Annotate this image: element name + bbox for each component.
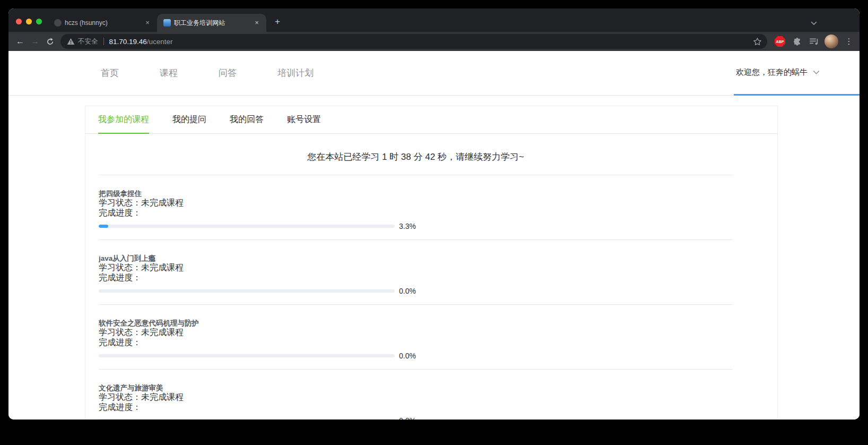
progress-track (99, 419, 395, 420)
forward-icon: → (28, 34, 42, 49)
course-progress-label: 完成进度： (99, 273, 733, 283)
nav-item-courses[interactable]: 课程 (160, 67, 178, 79)
page-content: 首页 课程 问答 培训计划 欢迎您，狂奔的蜗牛 我参加的课程 我的提问 我的回答… (8, 51, 860, 420)
study-time-message: 您在本站已经学习 1 时 38 分 42 秒，请继续努力学习~ (99, 134, 733, 175)
welcome-text: 欢迎您，狂奔的蜗牛 (736, 67, 808, 78)
progress-percent: 0.0% (399, 416, 416, 420)
tab-my-answers[interactable]: 我的回答 (230, 106, 264, 133)
progress-fill (99, 225, 108, 228)
nav-item-qa[interactable]: 问答 (219, 67, 237, 79)
tab-my-questions[interactable]: 我的提问 (172, 106, 206, 133)
chevron-down-icon (813, 70, 820, 75)
ucenter-tabs: 我参加的课程 我的提问 我的回答 账号设置 (85, 106, 777, 134)
course-title[interactable]: java从入门到上瘾 (99, 254, 733, 263)
course-item: 文化遗产与旅游审美 学习状态：未完成课程 完成进度： 0.0% (99, 370, 733, 420)
back-icon[interactable]: ← (13, 34, 28, 49)
tab-title: hczs (hsunnyc) (65, 19, 140, 27)
course-progress-label: 完成进度： (99, 208, 733, 218)
browser-window: hczs (hsunnyc) × 职工业务培训网站 × + ← → 不安全 81… (8, 8, 860, 420)
zoom-window-button[interactable] (36, 19, 42, 24)
url-separator (103, 38, 104, 45)
ucenter-card: 我参加的课程 我的提问 我的回答 账号设置 您在本站已经学习 1 时 38 分 … (85, 106, 778, 420)
site-nav: 首页 课程 问答 培训计划 (101, 51, 354, 95)
tabs-row: hczs (hsunnyc) × 职工业务培训网站 × + (48, 8, 284, 32)
course-item: java从入门到上瘾 学习状态：未完成课程 完成进度： 0.0% (99, 240, 733, 305)
extensions-puzzle-icon[interactable] (789, 34, 804, 49)
address-bar[interactable]: 不安全 81.70.19.46 /ucenter (60, 34, 767, 49)
course-status-line: 学习状态：未完成课程 (99, 263, 733, 273)
progress-bar-row: 0.0% (99, 287, 733, 295)
course-title[interactable]: 文化遗产与旅游审美 (99, 383, 733, 392)
browser-menu-icon[interactable]: ⋮ (843, 35, 855, 48)
nav-item-home[interactable]: 首页 (101, 67, 119, 79)
browser-tab-training-site[interactable]: 职工业务培训网站 × (157, 14, 266, 32)
course-status-line: 学习状态：未完成课程 (99, 198, 733, 208)
course-title[interactable]: 把四级拿捏住 (99, 189, 733, 198)
github-favicon-icon (54, 19, 62, 27)
progress-percent: 0.0% (399, 287, 416, 295)
security-label[interactable]: 不安全 (78, 37, 98, 46)
progress-percent: 0.0% (399, 352, 416, 360)
site-favicon-icon (163, 19, 171, 27)
adblock-extension-icon[interactable]: ABP (772, 34, 787, 49)
course-item: 把四级拿捏住 学习状态：未完成课程 完成进度： 3.3% (99, 175, 733, 240)
new-tab-button[interactable]: + (271, 15, 284, 29)
progress-bar-row: 3.3% (99, 222, 733, 230)
course-progress-label: 完成进度： (99, 403, 733, 413)
progress-track (99, 289, 395, 293)
site-header: 首页 课程 问答 培训计划 欢迎您，狂奔的蜗牛 (8, 51, 860, 96)
close-tab-icon[interactable]: × (253, 19, 261, 27)
progress-track (99, 225, 395, 228)
url-path[interactable]: /ucenter (147, 38, 173, 46)
course-status-line: 学习状态：未完成课程 (99, 328, 733, 338)
music-playlist-icon[interactable] (806, 34, 821, 49)
progress-bar-row: 0.0% (99, 417, 733, 420)
not-secure-warning-icon (67, 38, 75, 45)
course-item: 软件安全之恶意代码机理与防护 学习状态：未完成课程 完成进度： 0.0% (99, 305, 733, 370)
minimize-window-button[interactable] (26, 19, 32, 24)
tab-my-courses[interactable]: 我参加的课程 (98, 106, 149, 133)
ucenter-content: 您在本站已经学习 1 时 38 分 42 秒，请继续努力学习~ 把四级拿捏住 学… (85, 134, 777, 420)
bookmark-star-icon[interactable] (753, 37, 762, 46)
window-controls (16, 19, 42, 24)
tab-account-settings[interactable]: 账号设置 (287, 106, 321, 133)
user-menu[interactable]: 欢迎您，狂奔的蜗牛 (734, 51, 860, 96)
tab-title: 职工业务培训网站 (174, 19, 249, 28)
course-progress-label: 完成进度： (99, 338, 733, 348)
browser-tab-hczs[interactable]: hczs (hsunnyc) × (48, 14, 157, 32)
course-title[interactable]: 软件安全之恶意代码机理与防护 (99, 319, 733, 328)
course-status-line: 学习状态：未完成课程 (99, 392, 733, 403)
browser-toolbar: ← → 不安全 81.70.19.46 /ucenter ABP ⋮ (8, 32, 860, 51)
reload-icon[interactable] (42, 34, 57, 49)
close-tab-icon[interactable]: × (143, 19, 152, 27)
progress-percent: 3.3% (399, 222, 416, 230)
nav-item-training-plan[interactable]: 培训计划 (277, 67, 314, 79)
progress-bar-row: 0.0% (99, 352, 733, 360)
profile-avatar[interactable] (824, 35, 838, 48)
progress-track (99, 354, 395, 357)
tab-search-chevron-icon[interactable] (811, 21, 817, 25)
url-host[interactable]: 81.70.19.46 (109, 38, 147, 46)
tab-strip: hczs (hsunnyc) × 职工业务培训网站 × + (8, 8, 860, 32)
close-window-button[interactable] (16, 19, 22, 24)
